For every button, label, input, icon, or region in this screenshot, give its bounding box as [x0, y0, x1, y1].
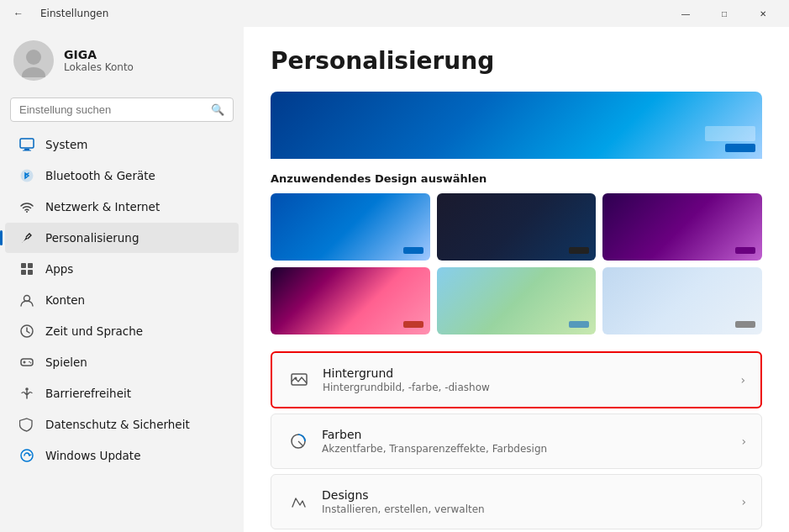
design-mini-ui-2 [569, 247, 589, 254]
settings-list: Hintergrund Hintergrundbild, -farbe, -di… [271, 351, 762, 529]
titlebar: ← Einstellungen — □ ✕ [0, 0, 789, 27]
user-profile[interactable]: GIGA Lokales Konto [0, 34, 244, 94]
designs-title: Designs [322, 488, 729, 502]
settings-row-designs[interactable]: Designs Installieren, erstellen, verwalt… [271, 474, 762, 529]
design-mini-ui-5 [569, 321, 589, 328]
svg-rect-9 [21, 270, 26, 275]
sidebar-label-bluetooth: Bluetooth & Geräte [45, 169, 155, 182]
hintergrund-icon [287, 368, 311, 392]
sidebar-item-bluetooth[interactable]: Bluetooth & Geräte [5, 161, 239, 191]
minimize-button[interactable]: — [666, 0, 705, 27]
sidebar-label-datenschutz: Datenschutz & Sicherheit [45, 418, 190, 431]
svg-rect-2 [20, 139, 34, 148]
sidebar-item-winupdate[interactable]: Windows Update [5, 440, 239, 471]
design-card-floral[interactable] [271, 267, 430, 334]
hintergrund-chevron: › [740, 373, 745, 387]
svg-point-15 [30, 362, 32, 364]
sidebar-item-network[interactable]: Netzwerk & Internet [5, 192, 239, 222]
search-container: 🔍 [0, 94, 244, 129]
sidebar-label-system: System [45, 138, 87, 151]
accessibility-icon [18, 385, 35, 402]
svg-rect-10 [28, 270, 33, 275]
svg-rect-7 [21, 263, 26, 268]
user-subtitle: Lokales Konto [64, 61, 134, 73]
design-mini-ui-1 [403, 247, 423, 254]
sidebar: GIGA Lokales Konto 🔍 [0, 27, 244, 532]
design-mini-ui-4 [403, 321, 423, 328]
sidebar-item-personalisierung[interactable]: Personalisierung [5, 223, 239, 253]
design-mini-ui-3 [735, 247, 755, 254]
sidebar-label-winupdate: Windows Update [45, 449, 140, 462]
sidebar-label-spielen: Spielen [45, 356, 87, 369]
search-box[interactable]: 🔍 [10, 97, 234, 122]
design-card-light[interactable] [602, 267, 762, 334]
theme-mini-btn [725, 144, 755, 152]
svg-point-1 [22, 67, 45, 77]
game-icon [18, 354, 35, 371]
back-button[interactable]: ← [7, 2, 30, 25]
sidebar-item-datenschutz[interactable]: Datenschutz & Sicherheit [5, 409, 239, 440]
titlebar-controls: ← Einstellungen [7, 2, 108, 25]
apps-icon [18, 261, 35, 277]
sidebar-label-apps: Apps [45, 262, 73, 276]
hintergrund-text: Hintergrund Hintergrundbild, -farbe, -di… [323, 366, 729, 393]
designs-text: Designs Installieren, erstellen, verwalt… [322, 488, 729, 515]
settings-row-hintergrund[interactable]: Hintergrund Hintergrundbild, -farbe, -di… [271, 351, 762, 408]
hintergrund-title: Hintergrund [323, 366, 729, 380]
sidebar-item-barrierefreiheit[interactable]: Barrierefreiheit [5, 378, 239, 408]
titlebar-title: Einstellungen [40, 8, 108, 19]
wifi-icon [18, 198, 35, 215]
svg-point-19 [295, 377, 297, 380]
design-mini-ui-6 [735, 321, 755, 328]
designs-icon [287, 490, 310, 514]
design-card-purple[interactable] [602, 193, 762, 261]
brush-icon [18, 229, 35, 246]
window-controls: — □ ✕ [666, 0, 782, 27]
content-area: Personalisierung Anzuwendendes Design au… [244, 27, 789, 532]
farben-chevron: › [741, 435, 746, 448]
update-icon [18, 447, 35, 464]
maximize-button[interactable]: □ [705, 0, 744, 27]
sidebar-item-spielen[interactable]: Spielen [5, 347, 239, 377]
farben-icon [287, 429, 310, 453]
design-grid [271, 193, 762, 334]
sidebar-label-konten: Konten [45, 293, 85, 307]
svg-point-0 [26, 50, 41, 65]
sidebar-item-zeit[interactable]: Zeit und Sprache [5, 316, 239, 346]
hintergrund-sub: Hintergrundbild, -farbe, -diashow [323, 382, 729, 393]
design-mini-btn-2 [569, 247, 589, 254]
sidebar-label-zeit: Zeit und Sprache [45, 324, 143, 338]
sidebar-item-system[interactable]: System [5, 129, 239, 160]
sidebar-item-apps[interactable]: Apps [5, 254, 239, 284]
svg-rect-8 [28, 263, 33, 268]
sidebar-label-personalisierung: Personalisierung [45, 231, 139, 245]
design-mini-btn-6 [735, 321, 755, 328]
search-input[interactable] [19, 103, 204, 116]
sidebar-item-konten[interactable]: Konten [5, 285, 239, 315]
design-card-blue[interactable] [271, 193, 430, 261]
design-mini-btn-3 [735, 247, 755, 254]
design-card-landscape[interactable] [437, 267, 597, 334]
search-icon: 🔍 [211, 103, 224, 116]
design-card-dark[interactable] [437, 193, 597, 261]
page-title: Personalisierung [271, 47, 762, 75]
svg-point-5 [21, 170, 34, 182]
user-info: GIGA Lokales Konto [64, 48, 134, 73]
shield-icon [18, 416, 35, 433]
svg-rect-13 [21, 359, 33, 366]
designs-chevron: › [741, 495, 746, 508]
sidebar-nav: System Bluetooth & Geräte [0, 129, 244, 471]
bluetooth-icon [18, 167, 35, 184]
farben-text: Farben Akzentfarbe, Transparenzeffekte, … [322, 428, 729, 455]
settings-row-farben[interactable]: Farben Akzentfarbe, Transparenzeffekte, … [271, 413, 762, 469]
farben-sub: Akzentfarbe, Transparenzeffekte, Farbdes… [322, 443, 729, 455]
clock-icon [18, 323, 35, 340]
design-mini-btn-1 [403, 247, 423, 254]
user-icon [18, 292, 35, 308]
user-name: GIGA [64, 48, 134, 61]
farben-title: Farben [322, 428, 729, 441]
monitor-icon [18, 136, 35, 153]
theme-preview-strip [271, 92, 762, 159]
app-body: GIGA Lokales Konto 🔍 [0, 27, 789, 532]
close-button[interactable]: ✕ [744, 0, 782, 27]
